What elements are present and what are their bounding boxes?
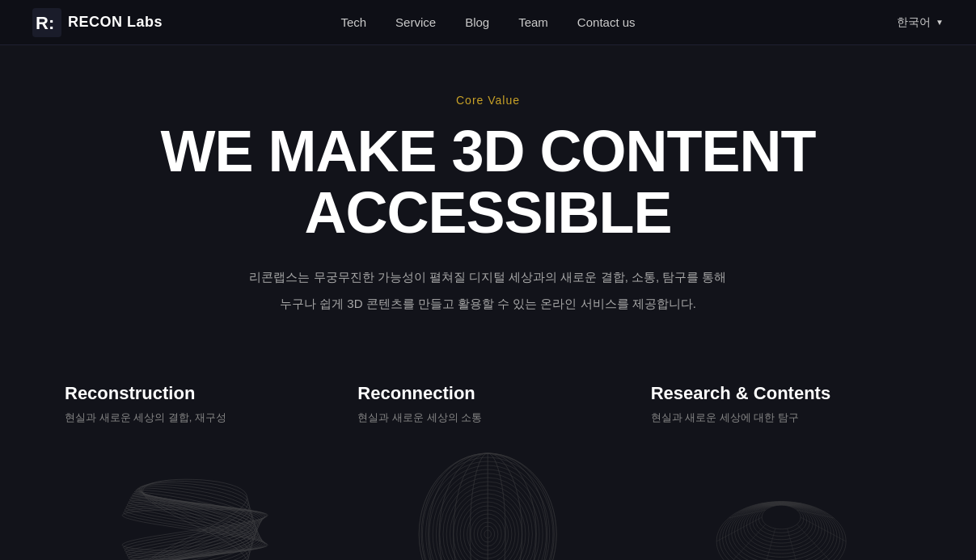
hero-title: WE MAKE 3D CONTENT ACCESSIBLE	[32, 121, 944, 243]
nav-contact[interactable]: Contact us	[577, 15, 636, 29]
card-3-title: Research & Contents	[651, 383, 911, 404]
nav-blog[interactable]: Blog	[465, 15, 489, 29]
logo[interactable]: R: RECON Labs	[32, 8, 163, 37]
card-1-visual: /* rendered via JS below */	[65, 441, 325, 560]
navbar: R: RECON Labs Tech Service Blog Team Con…	[0, 0, 976, 45]
chevron-down-icon: ▼	[936, 18, 944, 27]
card-reconnection: Reconnection 현실과 새로운 세상의 소통	[357, 383, 618, 560]
language-selector[interactable]: 한국어 ▼	[897, 15, 944, 30]
svg-text:R:: R:	[36, 13, 54, 33]
logo-text: RECON Labs	[68, 14, 163, 31]
card-1-subtitle: 현실과 새로운 세상의 결합, 재구성	[65, 411, 325, 425]
card-2-title: Reconnection	[357, 383, 618, 404]
cards-section: Reconstruction 현실과 새로운 세상의 결합, 재구성 /* re…	[0, 343, 976, 560]
logo-icon: R:	[32, 8, 61, 37]
card-reconstruction: Reconstruction 현실과 새로운 세상의 결합, 재구성 /* re…	[65, 383, 325, 560]
card-3-visual	[651, 441, 911, 560]
nav-tech[interactable]: Tech	[340, 15, 366, 29]
card-research: Research & Contents 현실과 새로운 세상에 대한 탐구	[651, 383, 911, 560]
card-2-visual	[357, 441, 618, 560]
hero-desc-2: 누구나 쉽게 3D 콘텐츠를 만들고 활용할 수 있는 온라인 서비스를 제공합…	[32, 293, 944, 316]
nav-service[interactable]: Service	[395, 15, 436, 29]
hero-section: Core Value WE MAKE 3D CONTENT ACCESSIBLE…	[0, 45, 976, 343]
hero-desc-1: 리콘랩스는 무궁무진한 가능성이 펼쳐질 디지털 세상과의 새로운 결합, 소통…	[32, 266, 944, 289]
card-2-subtitle: 현실과 새로운 세상의 소통	[357, 411, 618, 425]
hero-label: Core Value	[32, 94, 944, 107]
nav-team[interactable]: Team	[518, 15, 548, 29]
nav-links: Tech Service Blog Team Contact us	[340, 15, 635, 30]
card-3-subtitle: 현실과 새로운 세상에 대한 탐구	[651, 411, 911, 425]
card-1-title: Reconstruction	[65, 383, 325, 404]
language-label: 한국어	[897, 15, 931, 30]
